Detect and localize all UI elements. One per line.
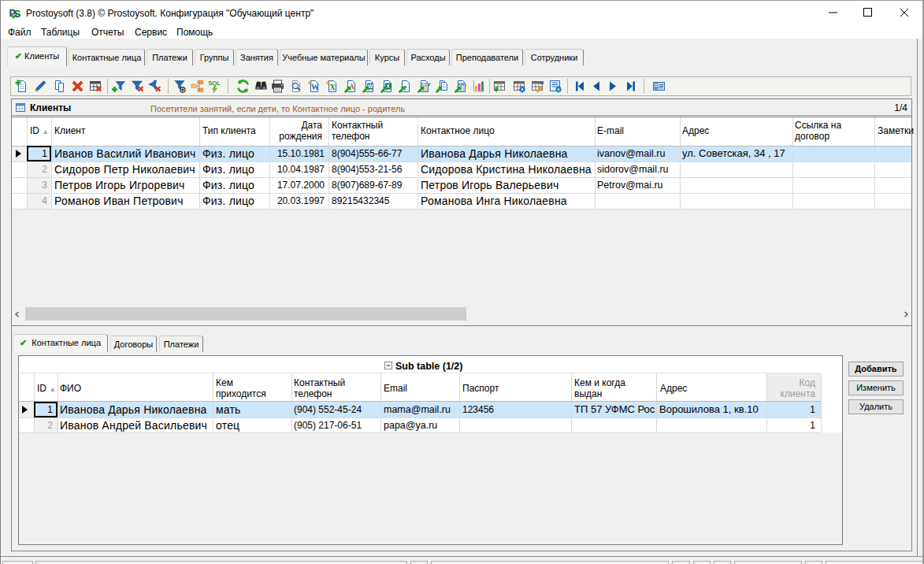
svg-text:X: X xyxy=(330,83,336,91)
svg-text:XML: XML xyxy=(458,82,467,87)
svg-text:CSV: CSV xyxy=(421,82,431,87)
svg-text:W: W xyxy=(311,83,319,91)
svg-text:SQL: SQL xyxy=(209,80,221,87)
